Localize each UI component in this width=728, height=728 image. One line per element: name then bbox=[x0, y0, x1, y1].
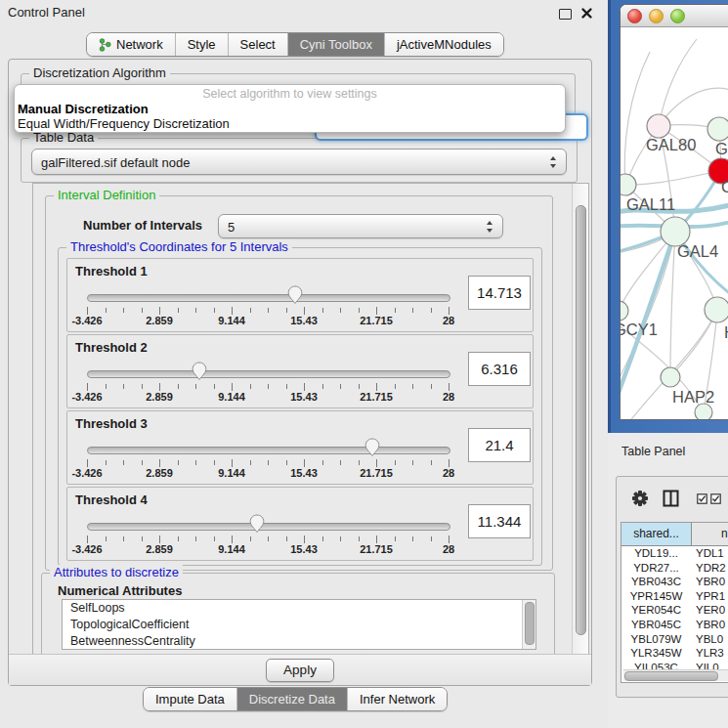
close-traffic-light[interactable] bbox=[627, 9, 642, 23]
table-row[interactable]: YLR345WYLR3 bbox=[621, 646, 728, 661]
table-row[interactable]: YBR045CYBR0 bbox=[621, 618, 728, 632]
table-row[interactable]: YBL079WYBL0 bbox=[621, 632, 728, 647]
cell-name[interactable]: YBR0 bbox=[691, 575, 728, 589]
network-node-gal11[interactable] bbox=[621, 174, 636, 195]
column-header-name[interactable]: na bbox=[692, 523, 728, 545]
tab-style[interactable]: Style bbox=[176, 33, 229, 56]
tab-infer-network[interactable]: Infer Network bbox=[348, 688, 447, 710]
table-row[interactable]: YBR043CYBR0 bbox=[621, 575, 728, 589]
cell-shared-name[interactable]: YDR27... bbox=[621, 561, 691, 576]
slider-track[interactable] bbox=[87, 447, 450, 454]
cell-name[interactable]: YLR3 bbox=[691, 646, 728, 661]
network-edge[interactable] bbox=[670, 232, 675, 377]
stepper-arrows-icon bbox=[550, 156, 557, 168]
tab-select[interactable]: Select bbox=[229, 33, 288, 56]
main-scrollbar[interactable] bbox=[572, 184, 588, 655]
numerical-attributes-list[interactable]: SelfLoopsTopologicalCoefficientBetweenne… bbox=[62, 599, 536, 650]
network-window-titlebar[interactable] bbox=[621, 5, 728, 27]
tab-impute-data[interactable]: Impute Data bbox=[144, 688, 237, 710]
tab-network[interactable]: Network bbox=[87, 33, 176, 56]
network-icon bbox=[99, 38, 111, 52]
cell-shared-name[interactable]: YBL079W bbox=[621, 632, 691, 647]
minimize-traffic-light[interactable] bbox=[649, 9, 664, 23]
attributes-group-label: Attributes to discretize bbox=[50, 565, 183, 579]
close-panel-icon[interactable] bbox=[580, 7, 593, 20]
threshold-3-value-field[interactable]: 21.4 bbox=[468, 428, 531, 462]
threshold-1-slider[interactable]: -3.4262.8599.14415.4321.71528 bbox=[87, 284, 458, 329]
network-node-g[interactable] bbox=[707, 117, 728, 141]
column-layout-icon[interactable] bbox=[663, 490, 679, 507]
cell-name[interactable]: YPR1 bbox=[691, 589, 728, 604]
settings-gear-icon[interactable] bbox=[631, 490, 649, 507]
threshold-2-slider[interactable]: -3.4262.8599.14415.4321.71528 bbox=[87, 361, 458, 406]
slider-thumb[interactable] bbox=[249, 514, 265, 533]
table-horizontal-scrollbar[interactable] bbox=[623, 669, 728, 681]
list-scrollbar[interactable] bbox=[522, 600, 535, 649]
column-header-shared[interactable]: shared... bbox=[621, 523, 692, 545]
slider-tick bbox=[142, 308, 143, 313]
network-node-gal80[interactable] bbox=[647, 114, 670, 138]
main-scrollbar-thumb[interactable] bbox=[576, 205, 586, 635]
checkbox-icon[interactable] bbox=[697, 493, 707, 504]
network-canvas[interactable]: GAL80GCGAL11GAL4GCY1HHAP2 bbox=[621, 27, 728, 419]
cell-name[interactable]: YBR0 bbox=[691, 618, 728, 632]
slider-track[interactable] bbox=[87, 370, 450, 378]
zoom-traffic-light[interactable] bbox=[670, 9, 685, 23]
popup-option-equal-width-frequency[interactable]: Equal Width/Frequency Discretization bbox=[18, 116, 230, 131]
table-row[interactable]: YDL19...YDL1 bbox=[621, 546, 728, 561]
attribute-list-item[interactable]: TopologicalCoefficient bbox=[63, 617, 535, 633]
cell-shared-name[interactable]: YBR045C bbox=[621, 618, 691, 632]
cell-shared-name[interactable]: YDL19... bbox=[621, 546, 691, 561]
slider-tick-label: 15.43 bbox=[290, 543, 318, 555]
slider-thumb[interactable] bbox=[192, 362, 207, 380]
network-edge[interactable] bbox=[625, 171, 721, 185]
popup-placeholder-option[interactable]: Select algorithm to view settings bbox=[15, 87, 565, 101]
popup-option-manual-discretization[interactable]: Manual Discretization bbox=[18, 102, 149, 116]
cell-shared-name[interactable]: YBR043C bbox=[621, 575, 691, 589]
threshold-3-panel: Threshold 3 -3.4262.8599.14415.4321.7152… bbox=[66, 410, 534, 485]
slider-track[interactable] bbox=[87, 523, 450, 531]
float-panel-icon[interactable] bbox=[559, 9, 572, 20]
apply-button[interactable]: Apply bbox=[266, 659, 334, 682]
bottom-tabs: Impute Data Discretize Data Infer Networ… bbox=[143, 687, 448, 711]
network-node[interactable] bbox=[695, 404, 712, 419]
attribute-list-item[interactable]: SelfLoops bbox=[63, 600, 535, 617]
interval-definition-label: Interval Definition bbox=[54, 188, 159, 202]
checkbox-icon[interactable] bbox=[710, 493, 721, 504]
attribute-list-item[interactable]: BetweennessCentrality bbox=[63, 633, 535, 650]
slider-thumb[interactable] bbox=[287, 285, 303, 304]
cell-shared-name[interactable]: YPR145W bbox=[621, 589, 691, 604]
cell-shared-name[interactable]: YER054C bbox=[621, 603, 691, 618]
network-node-gcy1[interactable] bbox=[621, 301, 628, 321]
number-of-intervals-combo[interactable]: 5 bbox=[218, 214, 503, 238]
table-row[interactable]: YER054CYER0 bbox=[621, 603, 728, 618]
network-node-h[interactable] bbox=[705, 297, 728, 322]
table-data-combo[interactable]: galFiltered.sif default node bbox=[31, 149, 567, 175]
cell-name[interactable]: YDL1 bbox=[691, 546, 728, 561]
network-edge[interactable] bbox=[624, 52, 650, 185]
threshold-4-value-field[interactable]: 11.344 bbox=[468, 504, 531, 538]
threshold-2-value-field[interactable]: 6.316 bbox=[468, 352, 531, 386]
slider-track[interactable] bbox=[87, 294, 450, 302]
slider-tick bbox=[214, 460, 215, 465]
threshold-3-slider[interactable]: -3.4262.8599.14415.4321.71528 bbox=[87, 437, 458, 482]
list-scrollbar-thumb[interactable] bbox=[525, 602, 535, 645]
cell-name[interactable]: YBL0 bbox=[691, 632, 728, 647]
table-hscrollbar-thumb[interactable] bbox=[624, 671, 718, 681]
cell-name[interactable]: YDR2 bbox=[691, 561, 728, 576]
tab-cyni-toolbox[interactable]: Cyni Toolbox bbox=[288, 33, 385, 56]
slider-tick bbox=[123, 536, 124, 541]
threshold-4-slider[interactable]: -3.4262.8599.14415.4321.71528 bbox=[87, 513, 458, 558]
table-row[interactable]: YDR27...YDR2 bbox=[621, 561, 728, 576]
tab-discretize-data[interactable]: Discretize Data bbox=[237, 688, 348, 710]
threshold-1-value-field[interactable]: 14.713 bbox=[468, 276, 531, 310]
tab-jactivemnodules[interactable]: jActiveMNodules bbox=[385, 33, 503, 56]
cell-name[interactable]: YER0 bbox=[691, 603, 728, 618]
tab-select-label: Select bbox=[240, 33, 276, 56]
slider-thumb[interactable] bbox=[364, 438, 380, 456]
table-row[interactable]: YPR145WYPR1 bbox=[621, 589, 728, 604]
cell-shared-name[interactable]: YLR345W bbox=[621, 646, 691, 661]
node-table[interactable]: shared... na YDL19...YDL1YDR27...YDR2YBR… bbox=[621, 522, 728, 683]
network-edge[interactable] bbox=[659, 39, 697, 126]
network-node-hap2[interactable] bbox=[661, 367, 680, 387]
